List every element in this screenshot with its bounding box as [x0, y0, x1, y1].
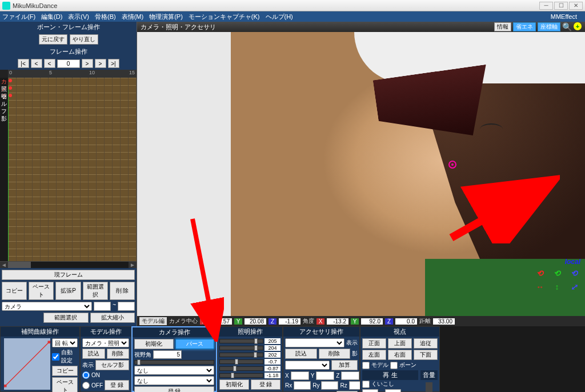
menu-mmeffect[interactable]: MMEffect: [551, 13, 577, 20]
scroll-right-icon[interactable]: ►: [129, 262, 137, 268]
paste-button[interactable]: ペースト: [29, 282, 54, 300]
model-target-select[interactable]: カメラ・照明・アクセサリ: [82, 338, 129, 347]
magnify-icon[interactable]: 🔍: [562, 22, 572, 31]
energy-saver-button[interactable]: 省エネ: [513, 22, 536, 31]
timeline-row-camera[interactable]: カメラ: [0, 78, 8, 85]
view-model-checkbox[interactable]: [362, 362, 370, 369]
light-rz-slider[interactable]: [219, 373, 263, 378]
model-edit-button[interactable]: モデル編: [139, 317, 167, 325]
keyframe-dot[interactable]: [9, 94, 12, 97]
angle-x[interactable]: -13.2: [327, 318, 348, 325]
plus-icon[interactable]: +: [574, 22, 582, 30]
view-front-button[interactable]: 正面: [362, 338, 386, 349]
frame-last-button[interactable]: >|: [108, 59, 119, 68]
gizmo-rot-x-icon[interactable]: ⟲: [534, 267, 546, 279]
acc-z-input[interactable]: [341, 371, 359, 380]
menu-help[interactable]: ヘルプ(H): [266, 13, 293, 21]
gizmo-rot-z-icon[interactable]: ⟲: [568, 267, 580, 279]
close-button[interactable]: ✕: [569, 2, 583, 10]
light-r-slider[interactable]: [219, 339, 263, 343]
view-right-button[interactable]: 右面: [388, 350, 412, 360]
menu-bone[interactable]: 骨格(B): [95, 13, 116, 21]
model-off-radio[interactable]: [82, 382, 90, 389]
undo-button[interactable]: 元に戻す: [39, 34, 67, 45]
range-end-input[interactable]: [118, 302, 135, 311]
timeline-grid[interactable]: [8, 78, 137, 261]
timeline[interactable]: カメラ 照明 セルフ影 0 5 10 15: [0, 70, 137, 261]
acc-ry-input[interactable]: [321, 381, 338, 390]
camera-center-marker[interactable]: [448, 161, 456, 169]
timeline-row-light[interactable]: 照明: [0, 85, 8, 93]
menu-mocap[interactable]: モーションキャプチャ(K): [189, 13, 260, 21]
model-register-button[interactable]: 登 録: [105, 380, 129, 390]
menu-file[interactable]: ファイル(F): [2, 13, 35, 21]
minimize-button[interactable]: ─: [539, 2, 553, 10]
coord-z[interactable]: -1.19: [279, 318, 300, 325]
view-top-button[interactable]: 上面: [388, 338, 412, 349]
light-b-slider[interactable]: [219, 353, 263, 357]
acc-load-button[interactable]: 読込: [285, 349, 317, 359]
gizmo-rot-y-icon[interactable]: ⟲: [551, 267, 563, 279]
scroll-left-icon[interactable]: ◄: [0, 262, 8, 268]
acc-add-button[interactable]: 加算: [331, 360, 358, 370]
acc-x-input[interactable]: [291, 371, 309, 380]
frame-prev-keyframe-button[interactable]: <: [31, 59, 42, 68]
frame-input[interactable]: [57, 59, 80, 68]
light-ry-slider[interactable]: [219, 366, 263, 371]
expand-p-button[interactable]: 拡張P: [55, 282, 81, 300]
range-select-button[interactable]: 範囲選択: [83, 282, 108, 300]
volume-slider[interactable]: [426, 382, 432, 392]
angle-y[interactable]: 92.0: [361, 318, 383, 325]
zoom-button[interactable]: 拡大縮小: [90, 313, 135, 323]
lighting-init-button[interactable]: 初期化: [219, 379, 249, 390]
frame-first-button[interactable]: |<: [18, 59, 29, 68]
delete-button[interactable]: 削 除: [110, 282, 135, 300]
fov-slider[interactable]: [134, 360, 214, 365]
camera-bone-select-2[interactable]: なし: [134, 376, 214, 385]
menu-morph[interactable]: 表情(M): [122, 13, 144, 21]
menu-view[interactable]: 表示(V): [68, 13, 89, 21]
coord-y[interactable]: 20.08: [245, 318, 266, 325]
curve-paste-button[interactable]: ペースト: [52, 377, 78, 392]
redo-button[interactable]: やり直し: [70, 34, 98, 45]
acc-delete-button[interactable]: 削除: [319, 349, 351, 359]
model-delete-button[interactable]: 削除: [107, 349, 130, 359]
fov-input[interactable]: [153, 350, 182, 359]
camera-init-button[interactable]: 初期化: [134, 339, 174, 349]
selfshadow-button[interactable]: セルフ影: [95, 360, 129, 370]
view-follow-button[interactable]: 追従: [414, 338, 438, 349]
frame-next-keyframe-button[interactable]: >: [95, 59, 106, 68]
copy-button[interactable]: コピー: [2, 282, 27, 300]
view-left-button[interactable]: 左面: [362, 350, 386, 360]
lighting-register-button[interactable]: 登 録: [251, 379, 281, 390]
model-on-radio[interactable]: [82, 371, 90, 379]
play-to-input[interactable]: [385, 389, 401, 392]
view-bone-checkbox[interactable]: [390, 362, 398, 369]
acc-y-input[interactable]: [316, 371, 334, 380]
light-rx-slider[interactable]: [219, 359, 263, 364]
timeline-row-selfshadow[interactable]: セルフ影: [0, 93, 8, 100]
curve-copy-button[interactable]: コピー: [52, 366, 78, 376]
gizmo-x-icon[interactable]: ↔: [534, 281, 546, 293]
model-load-button[interactable]: 読込: [82, 349, 105, 359]
scrollbar-thumb[interactable]: [8, 262, 31, 268]
current-frame-button[interactable]: 現フレーム: [2, 270, 135, 280]
frame-next-button[interactable]: >: [82, 59, 93, 68]
light-g-slider[interactable]: [219, 346, 263, 350]
gizmo-z-icon[interactable]: ⤢: [568, 281, 580, 293]
auto-checkbox[interactable]: [52, 353, 59, 361]
acc-rx-input[interactable]: [294, 381, 311, 390]
range-display-button[interactable]: 範囲選択: [43, 313, 88, 323]
keyframe-dot[interactable]: [9, 79, 12, 82]
acc-parent-select[interactable]: [285, 361, 330, 370]
play-kui-checkbox[interactable]: [362, 381, 370, 388]
play-from-input[interactable]: [362, 389, 378, 392]
distance-value[interactable]: 33.00: [433, 318, 455, 325]
range-start-input[interactable]: [94, 302, 111, 311]
curve-axis-select[interactable]: 回 転: [52, 338, 78, 347]
gizmo-y-icon[interactable]: ↕: [551, 281, 563, 293]
curve-canvas[interactable]: [4, 338, 50, 390]
axis-button[interactable]: 座標軸: [538, 22, 560, 31]
view-bottom-button[interactable]: 下面: [414, 350, 438, 360]
maximize-button[interactable]: ☐: [554, 2, 568, 10]
